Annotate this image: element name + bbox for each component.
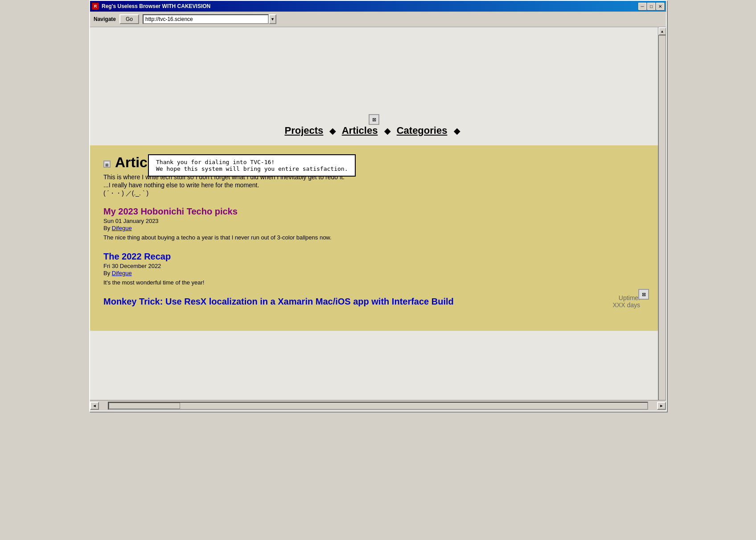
article-author-link-2[interactable]: Difegue (112, 270, 132, 276)
articles-note: ...I really have nothing else to write h… (103, 181, 645, 189)
article-title-3: Monkey Trick: Use ResX localization in a… (103, 297, 645, 307)
articles-kaomoji: ( ´・・) ／(._. ` ) (103, 190, 645, 198)
nav-articles-link[interactable]: Articles (342, 125, 378, 136)
nav-categories-link[interactable]: Categories (397, 125, 448, 136)
article-link-2[interactable]: The 2022 Recap (103, 251, 171, 261)
window-title: Reg's Useless Browser WITH CAKEVISION (102, 3, 210, 9)
nav-separator-1: ◆ (329, 126, 336, 136)
browser-viewport: ⊠ Projects ◆ Articles ◆ Categories ◆ Tha… (90, 27, 658, 375)
article-item-3: Monkey Trick: Use ResX localization in a… (103, 297, 645, 307)
go-button[interactable]: Go (119, 14, 139, 24)
article-title-1: My 2023 Hobonichi Techo picks (103, 206, 645, 217)
article-title-2: The 2022 Recap (103, 251, 645, 262)
article-author-2: By Difegue (103, 270, 645, 276)
welcome-line1: Thank you for dialing into TVC-16! (156, 159, 348, 165)
minimize-button[interactable]: ─ (638, 3, 646, 10)
title-buttons: ─ □ ✕ (638, 3, 664, 10)
article-author-1: By Difegue (103, 225, 645, 231)
url-container: ▼ (143, 14, 276, 24)
welcome-line2: We hope this system will bring you entir… (156, 165, 348, 172)
scroll-up-button[interactable]: ▲ (658, 27, 666, 35)
yellow-section: Thank you for dialing into TVC-16! We ho… (90, 145, 658, 331)
article-author-link-1[interactable]: Difegue (112, 225, 132, 231)
article-snippet-1: The nice thing about buying a techo a ye… (103, 234, 645, 241)
app-icon: R (92, 3, 99, 10)
article-item-1: My 2023 Hobonichi Techo picks Sun 01 Jan… (103, 206, 645, 241)
toolbar: Navigate Go ▼ (90, 12, 666, 27)
scroll-bar-horizontal[interactable] (108, 402, 648, 410)
scroll-thumb-horizontal[interactable] (109, 403, 180, 409)
url-dropdown-button[interactable]: ▼ (269, 14, 276, 24)
url-input[interactable] (143, 14, 269, 24)
uptime-widget: Uptime: XXX days (613, 294, 640, 309)
article-item-2: The 2022 Recap Fri 30 December 2022 By D… (103, 251, 645, 286)
article-date-1: Sun 01 January 2023 (103, 218, 645, 224)
article-link-3[interactable]: Monkey Trick: Use ResX localization in a… (103, 297, 454, 306)
title-bar-text: R Reg's Useless Browser WITH CAKEVISION (92, 3, 210, 10)
nav-separator-3: ◆ (454, 126, 460, 136)
uptime-value: XXX days (613, 301, 640, 309)
uptime-label: Uptime: (613, 294, 640, 301)
close-button[interactable]: ✕ (656, 3, 664, 10)
broken-image-top: ⊠ (369, 114, 379, 125)
navigate-label: Navigate (94, 16, 116, 22)
main-window: R Reg's Useless Browser WITH CAKEVISION … (89, 0, 667, 412)
broken-image-bottom-right: ⊠ (638, 289, 649, 300)
nav-section: ⊠ Projects ◆ Articles ◆ Categories ◆ (90, 27, 658, 145)
title-bar: R Reg's Useless Browser WITH CAKEVISION … (90, 1, 666, 12)
vertical-scrollbar: ▲ ▼ (658, 27, 666, 411)
content-area: ▲ ▼ ⊠ Projects ◆ Articles ◆ Categories (90, 27, 666, 411)
nav-projects-link[interactable]: Projects (284, 125, 323, 136)
article-snippet-2: It's the most wonderful time of the year… (103, 279, 645, 286)
horizontal-scrollbar: ◄ ► (90, 400, 666, 411)
maximize-button[interactable]: □ (647, 3, 655, 10)
scroll-thumb-area[interactable] (658, 35, 666, 403)
scroll-right-button[interactable]: ► (657, 402, 666, 410)
nav-separator-2: ◆ (384, 126, 390, 136)
scroll-left-button[interactable]: ◄ (90, 402, 99, 410)
article-link-1[interactable]: My 2023 Hobonichi Techo picks (103, 206, 238, 216)
nav-links: Projects ◆ Articles ◆ Categories ◆ (90, 125, 658, 136)
article-date-2: Fri 30 December 2022 (103, 263, 645, 269)
welcome-popup: Thank you for dialing into TVC-16! We ho… (148, 154, 356, 177)
broken-image-small: ⊠ (103, 161, 111, 168)
